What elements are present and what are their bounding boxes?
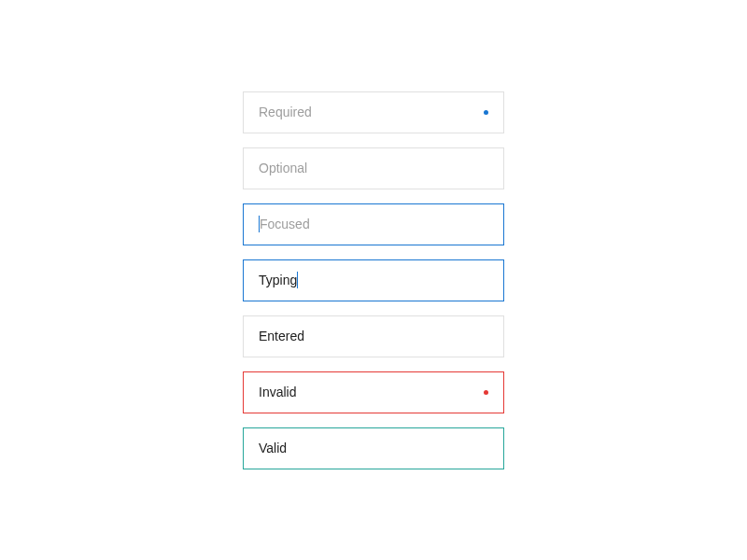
optional-placeholder: Optional (259, 161, 307, 175)
valid-field[interactable]: Valid (243, 427, 504, 469)
typing-field[interactable]: Typing (243, 259, 504, 301)
focused-field[interactable]: Focused (243, 203, 504, 245)
focused-content: Focused (259, 216, 310, 232)
required-field[interactable]: Required (243, 91, 504, 133)
form-container: Required Optional Focused Typing Entered… (243, 91, 504, 469)
focused-placeholder: Focused (260, 217, 310, 231)
typing-content: Typing (259, 272, 298, 288)
invalid-value: Invalid (259, 385, 296, 399)
invalid-indicator-icon (484, 390, 488, 395)
entered-value: Entered (259, 329, 304, 343)
cursor-icon (297, 272, 298, 288)
valid-value: Valid (259, 441, 287, 455)
invalid-field[interactable]: Invalid (243, 371, 504, 413)
required-placeholder: Required (259, 105, 312, 119)
optional-field[interactable]: Optional (243, 147, 504, 189)
required-indicator-icon (484, 110, 488, 115)
typing-value: Typing (259, 273, 297, 287)
entered-field[interactable]: Entered (243, 315, 504, 357)
